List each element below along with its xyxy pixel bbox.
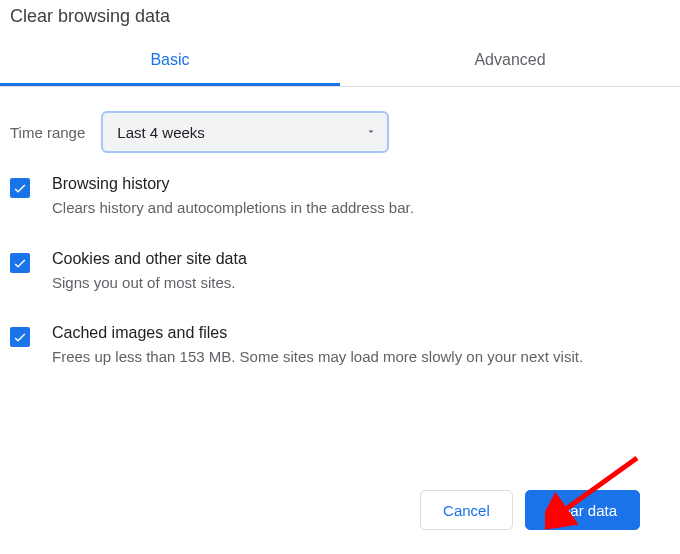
checkbox-cache[interactable] xyxy=(10,327,30,347)
dialog-footer: Cancel Clear data xyxy=(420,490,640,530)
checkbox-cookies[interactable] xyxy=(10,253,30,273)
check-icon xyxy=(12,180,28,196)
options-list: Browsing history Clears history and auto… xyxy=(0,153,680,369)
time-range-select-wrap xyxy=(101,111,389,153)
tab-advanced[interactable]: Advanced xyxy=(340,35,680,86)
option-cookies: Cookies and other site data Signs you ou… xyxy=(10,250,670,295)
option-text: Cookies and other site data Signs you ou… xyxy=(52,250,670,295)
checkbox-browsing-history[interactable] xyxy=(10,178,30,198)
option-title: Cached images and files xyxy=(52,324,670,342)
option-browsing-history: Browsing history Clears history and auto… xyxy=(10,175,670,220)
option-title: Cookies and other site data xyxy=(52,250,670,268)
tab-basic[interactable]: Basic xyxy=(0,35,340,86)
tabs: Basic Advanced xyxy=(0,35,680,87)
check-icon xyxy=(12,329,28,345)
check-icon xyxy=(12,255,28,271)
clear-data-button[interactable]: Clear data xyxy=(525,490,640,530)
option-desc: Frees up less than 153 MB. Some sites ma… xyxy=(52,346,670,369)
option-cache: Cached images and files Frees up less th… xyxy=(10,324,670,369)
option-text: Cached images and files Frees up less th… xyxy=(52,324,670,369)
option-text: Browsing history Clears history and auto… xyxy=(52,175,670,220)
dialog-title: Clear browsing data xyxy=(0,0,680,35)
time-range-label: Time range xyxy=(10,124,85,141)
cancel-button[interactable]: Cancel xyxy=(420,490,513,530)
time-range-select[interactable] xyxy=(101,111,389,153)
time-range-row: Time range xyxy=(0,87,680,153)
option-desc: Signs you out of most sites. xyxy=(52,272,670,295)
option-desc: Clears history and autocompletions in th… xyxy=(52,197,670,220)
option-title: Browsing history xyxy=(52,175,670,193)
